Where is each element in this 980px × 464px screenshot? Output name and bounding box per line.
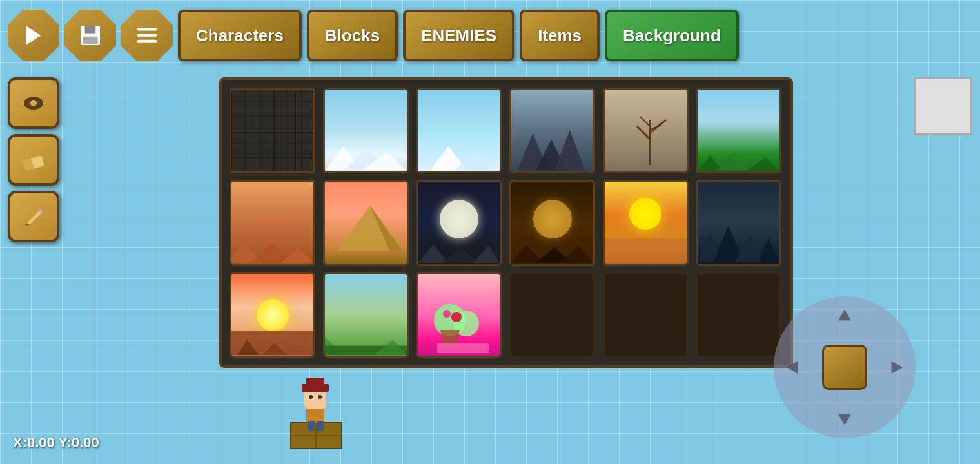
svg-marker-55: [838, 414, 851, 426]
svg-point-66: [318, 395, 322, 399]
pencil-button[interactable]: [8, 191, 59, 242]
dpad-up[interactable]: [832, 303, 858, 329]
bg-candy[interactable]: [416, 272, 502, 358]
coordinates: X:0.00 Y:0.00: [13, 434, 99, 451]
svg-rect-2: [85, 26, 96, 34]
menu-button[interactable]: [121, 10, 173, 61]
left-tools: [8, 77, 59, 242]
svg-rect-6: [137, 40, 157, 43]
svg-rect-67: [308, 421, 315, 431]
svg-point-52: [443, 310, 451, 318]
dpad: [774, 296, 916, 438]
bg-moon-night[interactable]: [416, 180, 502, 266]
bg-pyramid[interactable]: [323, 180, 409, 266]
svg-line-20: [637, 126, 650, 139]
svg-rect-53: [437, 343, 489, 353]
coords-text: X:0.00 Y:0.00: [13, 434, 99, 450]
bg-brown-moon[interactable]: [509, 180, 595, 266]
dpad-left[interactable]: [780, 354, 806, 380]
eye-button[interactable]: [8, 77, 59, 129]
dpad-circle: [774, 296, 916, 438]
bg-empty-3: [696, 272, 781, 358]
svg-marker-42: [760, 238, 780, 262]
svg-rect-3: [83, 37, 97, 44]
svg-marker-25: [716, 152, 753, 171]
bg-iceberg[interactable]: [416, 88, 502, 173]
tab-items[interactable]: Items: [520, 10, 600, 61]
svg-rect-38: [605, 238, 687, 263]
svg-line-22: [640, 117, 650, 126]
svg-marker-29: [280, 247, 313, 263]
svg-point-51: [451, 312, 462, 322]
svg-marker-54: [838, 309, 851, 321]
character-area: [290, 371, 342, 451]
bg-forest-shadow[interactable]: [509, 88, 595, 173]
bg-stone[interactable]: [230, 88, 315, 173]
right-panel: [914, 77, 972, 135]
svg-marker-35: [511, 244, 542, 263]
svg-marker-18: [554, 130, 585, 170]
bg-dead-tree[interactable]: [603, 88, 689, 173]
svg-marker-37: [560, 246, 593, 263]
bg-sun-desert[interactable]: [603, 180, 689, 266]
bg-arctic[interactable]: [323, 88, 409, 173]
bg-empty-2: [603, 272, 689, 358]
save-button[interactable]: [64, 10, 116, 61]
bg-empty-1: [509, 272, 595, 358]
bg-dark-forest[interactable]: [696, 180, 781, 266]
svg-rect-64: [306, 378, 324, 385]
tab-background[interactable]: Background: [605, 10, 739, 61]
tab-enemies[interactable]: ENEMIES: [403, 10, 514, 61]
bg-sunset[interactable]: [230, 272, 315, 358]
svg-marker-26: [747, 157, 780, 171]
bg-green-land[interactable]: [696, 88, 781, 173]
svg-marker-56: [787, 361, 798, 374]
bg-green-valley[interactable]: [323, 272, 409, 358]
svg-point-65: [309, 395, 313, 399]
svg-point-8: [30, 100, 37, 106]
eraser-button[interactable]: [8, 134, 59, 186]
svg-marker-57: [892, 361, 903, 374]
dpad-right[interactable]: [883, 354, 909, 380]
play-button[interactable]: [8, 10, 59, 61]
svg-marker-15: [455, 152, 492, 171]
svg-rect-62: [304, 391, 326, 409]
svg-rect-68: [317, 421, 324, 431]
svg-marker-0: [26, 26, 41, 45]
svg-marker-34: [473, 246, 500, 263]
background-panel: [219, 77, 793, 368]
dpad-down[interactable]: [832, 406, 858, 432]
dpad-center[interactable]: [822, 345, 867, 390]
svg-rect-5: [137, 34, 157, 37]
svg-marker-41: [735, 235, 766, 262]
tab-blocks[interactable]: Blocks: [307, 10, 398, 61]
svg-marker-32: [418, 244, 449, 263]
background-grid: [230, 88, 783, 358]
svg-marker-33: [443, 247, 480, 263]
bg-desert[interactable]: [230, 180, 315, 266]
svg-rect-4: [137, 28, 157, 30]
tab-characters[interactable]: Characters: [178, 10, 302, 61]
toolbar: Characters Blocks ENEMIES Items Backgrou…: [0, 0, 980, 71]
